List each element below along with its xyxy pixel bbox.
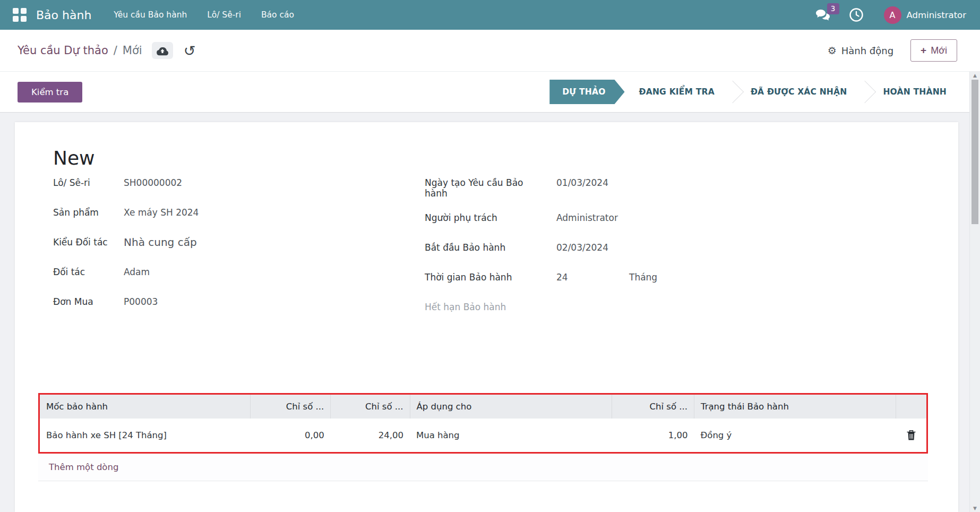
field-value[interactable]: 01/03/2024	[556, 176, 608, 188]
form-statusbar: Kiểm tra DỰ THẢO ĐANG KIỂM TRA ĐÃ ĐƯỢC X…	[0, 72, 980, 113]
gear-icon: ⚙	[828, 45, 837, 56]
field-value[interactable]: Nhà cung cấp	[124, 236, 197, 249]
form-view-area: New Lô/ Sê-ri SH00000002 Sản phẩm Xe máy…	[0, 122, 980, 512]
control-panel: Yêu cầu Dự thảo / Mới ↺ ⚙ Hành động + Mớ…	[0, 30, 980, 72]
activities-button[interactable]	[849, 7, 864, 22]
field-label: Đối tác	[53, 266, 124, 277]
plus-icon: +	[921, 45, 926, 56]
cell-warranty-status[interactable]: Đồng ý	[694, 419, 896, 452]
field-product: Sản phẩm Xe máy SH 2024	[53, 206, 425, 223]
apps-grid-icon[interactable]	[13, 8, 27, 22]
stage-done[interactable]: HOÀN THÀNH	[869, 87, 961, 97]
field-label: Hết hạn Bảo hành	[425, 301, 556, 312]
field-value[interactable]: P00003	[124, 295, 158, 307]
field-value[interactable]: SH00000002	[124, 176, 182, 188]
menu-item-reports[interactable]: Báo cáo	[261, 10, 294, 20]
top-navbar: Bảo hành Yêu cầu Bảo hành Lô/ Sê-ri Báo …	[0, 0, 980, 30]
table-header-row: Mốc bảo hành Chỉ số ... Chỉ số ... Áp dụ…	[40, 395, 926, 419]
scrollbar-thumb[interactable]	[972, 80, 978, 224]
breadcrumb-current: Mới	[123, 44, 142, 57]
form-left-column: Lô/ Sê-ri SH00000002 Sản phẩm Xe máy SH …	[53, 176, 425, 330]
col-header-actions	[896, 395, 926, 419]
col-header-index2[interactable]: Chỉ số ...	[331, 395, 410, 419]
cell-milestone[interactable]: Bảo hành xe SH [24 Tháng]	[40, 419, 251, 452]
field-label: Người phụ trách	[425, 211, 556, 223]
action-menu-label: Hành động	[841, 45, 893, 56]
add-line-link[interactable]: Thêm một dòng	[38, 454, 928, 481]
breadcrumb-parent-link[interactable]: Yêu cầu Dự thảo	[18, 44, 108, 57]
cell-index1[interactable]: 0,00	[251, 419, 331, 452]
stage-separator-chevron	[854, 81, 876, 103]
app-name[interactable]: Bảo hành	[36, 8, 91, 22]
field-label: Thời gian Bảo hành	[425, 271, 556, 283]
messages-badge: 3	[827, 3, 839, 14]
discard-undo-icon[interactable]: ↺	[184, 44, 196, 58]
cell-index3[interactable]: 1,00	[612, 419, 694, 452]
field-responsible: Người phụ trách Administrator	[425, 211, 928, 228]
clock-icon	[849, 7, 864, 22]
col-header-index3[interactable]: Chỉ số ...	[612, 395, 694, 419]
check-button[interactable]: Kiểm tra	[18, 82, 82, 103]
messages-button[interactable]: 3	[815, 8, 831, 22]
col-header-apply-to[interactable]: Áp dụng cho	[410, 395, 612, 419]
field-label: Kiểu Đối tác	[53, 236, 124, 248]
stage-pipeline: DỰ THẢO ĐANG KIỂM TRA ĐÃ ĐƯỢC XÁC NHẬN H…	[549, 80, 961, 104]
delete-row-button[interactable]	[896, 419, 926, 452]
vertical-scrollbar[interactable]: ▲ ▼	[969, 72, 980, 512]
form-sheet: New Lô/ Sê-ri SH00000002 Sản phẩm Xe máy…	[15, 122, 958, 512]
field-value[interactable]: Administrator	[556, 211, 618, 223]
cell-apply-to[interactable]: Mua hàng	[410, 419, 612, 452]
field-warranty-duration: Thời gian Bảo hành 24 Tháng	[425, 271, 928, 288]
duration-value[interactable]: 24	[556, 272, 629, 283]
field-label: Lô/ Sê-ri	[53, 176, 124, 188]
stage-separator-chevron	[721, 81, 744, 103]
avatar: A	[884, 6, 901, 24]
user-menu[interactable]: A Administrator	[884, 6, 966, 24]
trash-icon	[906, 430, 916, 441]
table-row: Bảo hành xe SH [24 Tháng] 0,00 24,00 Mua…	[40, 419, 926, 452]
stage-checking[interactable]: ĐANG KIỂM TRA	[625, 87, 729, 97]
scroll-up-arrow[interactable]: ▲	[970, 73, 980, 78]
form-right-column: Ngày tạo Yêu cầu Bảo hành 01/03/2024 Ngư…	[425, 176, 928, 330]
field-partner: Đối tác Adam	[53, 266, 425, 283]
save-record-button[interactable]	[152, 42, 173, 59]
field-value[interactable]: 02/03/2024	[556, 241, 608, 253]
user-name: Administrator	[907, 10, 966, 20]
col-header-milestone[interactable]: Mốc bảo hành	[40, 395, 251, 419]
field-label: Sản phẩm	[53, 206, 124, 218]
menu-item-lot-serial[interactable]: Lô/ Sê-ri	[207, 10, 241, 20]
field-request-date: Ngày tạo Yêu cầu Bảo hành 01/03/2024	[425, 176, 928, 199]
new-record-button[interactable]: + Mới	[910, 39, 957, 62]
field-partner-type: Kiểu Đối tác Nhà cung cấp	[53, 236, 425, 253]
menu-item-warranty-requests[interactable]: Yêu cầu Bảo hành	[114, 10, 187, 20]
field-label: Đơn Mua	[53, 295, 124, 307]
cell-index2[interactable]: 24,00	[331, 419, 410, 452]
field-lot-serial: Lô/ Sê-ri SH00000002	[53, 176, 425, 193]
duration-unit[interactable]: Tháng	[629, 272, 657, 283]
stage-draft[interactable]: DỰ THẢO	[549, 80, 624, 104]
new-button-label: Mới	[931, 45, 947, 56]
action-menu-button[interactable]: ⚙ Hành động	[828, 45, 893, 56]
field-value[interactable]: Adam	[124, 266, 150, 277]
field-value[interactable]: Xe máy SH 2024	[124, 206, 199, 218]
field-warranty-start: Bắt đầu Bảo hành 02/03/2024	[425, 241, 928, 258]
field-purchase-order: Đơn Mua P00003	[53, 295, 425, 312]
breadcrumb-separator: /	[114, 44, 117, 57]
stage-confirmed[interactable]: ĐÃ ĐƯỢC XÁC NHẬN	[736, 87, 861, 97]
col-header-warranty-status[interactable]: Trạng thái Bảo hành	[694, 395, 896, 419]
col-header-index1[interactable]: Chỉ số ...	[251, 395, 331, 419]
scroll-down-arrow[interactable]: ▼	[970, 506, 980, 511]
field-label: Ngày tạo Yêu cầu Bảo hành	[425, 176, 556, 199]
milestones-table: Mốc bảo hành Chỉ số ... Chỉ số ... Áp dụ…	[38, 393, 928, 454]
cloud-upload-icon	[156, 46, 169, 56]
field-label: Bắt đầu Bảo hành	[425, 241, 556, 253]
field-warranty-expiry: Hết hạn Bảo hành	[425, 301, 928, 318]
record-title[interactable]: New	[53, 148, 928, 169]
